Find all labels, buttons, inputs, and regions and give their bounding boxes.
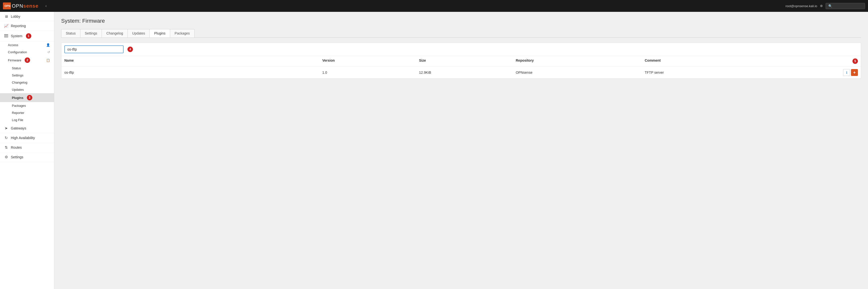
sidebar-item-changelog[interactable]: Changelog [0,79,54,86]
col-header-comment: Comment [645,59,838,64]
tab-settings[interactable]: Settings [80,29,102,37]
brand-sense: sense [23,3,38,9]
brand-text: OPNsense [12,3,38,9]
svg-text:OPN: OPN [4,4,10,7]
sidebar-label-reporting: Reporting [11,24,26,28]
access-icon: 👤 [46,43,50,47]
row-version: 1.0 [322,70,419,74]
sidebar-item-reporter[interactable]: Reporter [0,109,54,117]
sidebar-label-configuration: Configuration [8,50,27,54]
firmware-annotation-badge: 2 [25,58,30,63]
brand-icon: OPN [3,2,11,9]
ha-icon: ↻ [4,136,8,140]
main-layout: 🖥 Lobby 📈 Reporting System 1 Access 👤 Co… [0,12,868,289]
sidebar-item-system[interactable]: System 1 [0,31,54,41]
sidebar-label-firmware: Firmware [8,59,21,62]
col-header-size: Size [419,59,516,64]
sidebar-label-status: Status [12,66,21,70]
system-annotation-badge: 1 [26,33,31,39]
lobby-icon: 🖥 [4,14,8,19]
sidebar-item-updates[interactable]: Updates [0,86,54,93]
navbar: OPN OPNsense ‹ root@opnsense.kali.io [0,0,868,12]
sidebar-label-plugins: Plugins [12,96,24,100]
tab-changelog[interactable]: Changelog [102,29,128,37]
navbar-right: root@opnsense.kali.io [785,3,865,9]
col-header-name: Name [64,59,322,64]
search-annotation-badge: 4 [127,46,133,52]
col-header-repository: Repository [516,59,645,64]
row-size: 12.9KiB [419,70,516,74]
table-search-row: 4 [61,43,861,56]
action-buttons: ℹ + [838,69,858,76]
sidebar-label-system: System [11,34,23,38]
col-header-version: Version [322,59,419,64]
row-name: os-tftp [64,70,322,74]
tab-plugins[interactable]: Plugins [149,29,170,37]
sidebar-label-settings: Settings [12,73,24,77]
sidebar-label-reporter: Reporter [12,111,24,115]
sidebar-item-high-availability[interactable]: ↻ High Availability [0,133,54,143]
tab-updates[interactable]: Updates [127,29,150,37]
gateways-icon: ➤ [4,126,8,130]
content-area: System: Firmware Status Settings Changel… [54,12,868,289]
tab-bar: Status Settings Changelog Updates Plugin… [61,29,861,38]
svg-rect-2 [4,34,8,35]
sidebar-label-packages: Packages [12,104,26,107]
sidebar-label-changelog: Changelog [12,81,27,84]
sidebar-label-gateways: Gateways [11,126,26,130]
sidebar: 🖥 Lobby 📈 Reporting System 1 Access 👤 Co… [0,12,54,289]
sidebar-item-configuration[interactable]: Configuration ↺ [0,49,54,56]
tab-status[interactable]: Status [61,29,81,37]
status-dot [820,5,823,7]
row-comment: TFTP server [645,70,838,74]
table-column-headers: Name Version Size Repository Comment 5 [61,56,861,67]
sidebar-label-routes: Routes [11,146,22,150]
sidebar-label-settings-main: Settings [11,155,24,159]
tab-packages[interactable]: Packages [170,29,194,37]
table-row: os-tftp 1.0 12.9KiB OPNsense TFTP server… [61,67,861,78]
add-annotation-badge: 5 [852,59,858,64]
sidebar-item-settings[interactable]: Settings [0,72,54,79]
sidebar-item-settings-main[interactable]: ⚙ Settings [0,152,54,162]
sidebar-item-packages[interactable]: Packages [0,102,54,109]
search-input[interactable] [64,45,124,53]
sidebar-item-firmware[interactable]: Firmware 2 📋 [0,56,54,65]
row-actions: ℹ + [838,69,858,76]
sidebar-item-access[interactable]: Access 👤 [0,41,54,49]
col-header-actions: 5 [838,59,858,64]
sidebar-item-reporting[interactable]: 📈 Reporting [0,21,54,31]
sidebar-item-gateways[interactable]: ➤ Gateways [0,124,54,133]
collapse-button[interactable]: ‹ [43,3,49,9]
sidebar-label-access: Access [8,43,18,47]
sidebar-label-ha: High Availability [11,136,35,140]
svg-rect-3 [4,35,8,36]
info-button[interactable]: ℹ [843,69,850,76]
sidebar-item-routes[interactable]: ⇅ Routes [0,143,54,152]
settings-icon: ⚙ [4,155,8,159]
sidebar-item-plugins[interactable]: Plugins 3 [0,93,54,102]
reporting-icon: 📈 [4,24,8,28]
sidebar-item-status[interactable]: Status [0,65,54,72]
sidebar-label-lobby: Lobby [11,14,20,19]
config-icon: ↺ [48,50,50,54]
plugins-table: 4 Name Version Size Repository Comment 5… [61,43,861,79]
brand: OPN OPNsense ‹ [3,2,49,9]
brand-logo: OPN OPNsense [3,2,38,9]
sidebar-label-updates: Updates [12,88,24,92]
row-repository: OPNsense [516,70,645,74]
navbar-search-input[interactable] [826,3,865,9]
page-title: System: Firmware [61,18,861,24]
add-button[interactable]: + [851,69,858,76]
plugins-annotation-badge: 3 [27,95,32,100]
svg-rect-4 [4,37,8,37]
sidebar-item-lobby[interactable]: 🖥 Lobby [0,12,54,21]
navbar-user: root@opnsense.kali.io [785,4,817,8]
routes-icon: ⇅ [4,145,8,150]
system-icon [4,34,8,38]
sidebar-label-logfile: Log File [12,118,23,122]
firmware-icon: 📋 [46,59,50,62]
sidebar-item-logfile[interactable]: Log File [0,117,54,124]
